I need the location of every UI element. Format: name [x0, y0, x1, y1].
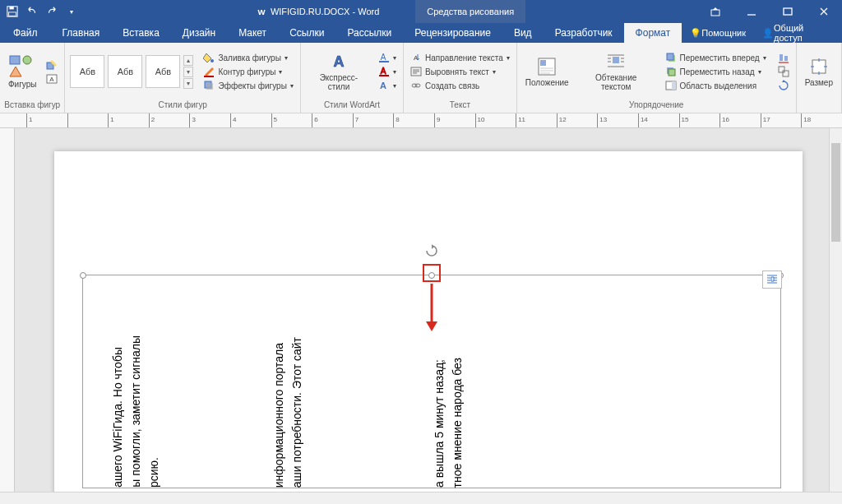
link-icon	[410, 80, 422, 91]
send-backward-button[interactable]: Переместить назад ▾	[662, 65, 770, 78]
horizontal-scrollbar[interactable]	[0, 492, 842, 504]
shape-fill-button[interactable]: Заливка фигуры ▾	[200, 51, 296, 64]
shape-style-gallery[interactable]: Абв Абв Абв ▴ ▾ ▾	[68, 55, 193, 89]
rotate-button[interactable]	[775, 79, 793, 92]
tab-developer[interactable]: Разработчик	[544, 23, 624, 43]
svg-point-13	[210, 59, 214, 62]
undo-icon[interactable]	[25, 4, 39, 19]
svg-rect-45	[669, 69, 675, 76]
minimize-icon[interactable]	[733, 0, 770, 23]
svg-rect-43	[667, 53, 673, 60]
svg-rect-53	[812, 60, 826, 73]
svg-text:W: W	[257, 7, 266, 16]
text-direction-button[interactable]: AНаправление текста ▾	[407, 51, 513, 64]
gallery-more-icon[interactable]: ▾	[183, 78, 193, 89]
style-thumb[interactable]: Абв	[146, 55, 180, 88]
wrap-text-button[interactable]: Обтекание текстом	[576, 50, 657, 93]
ruler-tick: 4	[230, 113, 271, 128]
tab-layout[interactable]: Макет	[227, 23, 278, 43]
ribbon-display-options-icon[interactable]	[697, 0, 733, 23]
svg-rect-48	[780, 54, 783, 61]
bring-forward-button[interactable]: Переместить вперед ▾	[662, 51, 770, 64]
fill-icon	[203, 52, 215, 63]
tab-insert[interactable]: Вставка	[111, 23, 171, 43]
vertical-ruler[interactable]	[0, 128, 15, 492]
size-icon	[809, 57, 829, 76]
size-button[interactable]: Размер	[800, 55, 838, 89]
text-direction-icon: A	[410, 52, 422, 63]
vertical-text: информационного портала	[272, 343, 285, 488]
edit-shape-icon	[46, 59, 58, 71]
position-button[interactable]: Положение	[520, 55, 574, 89]
svg-rect-14	[204, 76, 214, 77]
close-icon[interactable]	[806, 0, 842, 23]
style-thumb[interactable]: Абв	[108, 55, 142, 88]
tab-file[interactable]: Файл	[0, 23, 51, 43]
tab-view[interactable]: Вид	[502, 23, 544, 43]
rotate-handle[interactable]	[425, 244, 438, 257]
tab-references[interactable]: Ссылки	[278, 23, 335, 43]
tab-format[interactable]: Формат	[624, 23, 682, 43]
edit-shape-button[interactable]	[43, 58, 61, 72]
textbox-selection[interactable]: ашего WiFiГида. Но чтобы ы помогли, заме…	[82, 275, 781, 488]
ruler-tick: 14	[638, 113, 679, 128]
selection-pane-button[interactable]: Область выделения	[662, 79, 770, 92]
text-effects-button[interactable]: A▾	[375, 79, 400, 92]
text-fill-button[interactable]: A▾	[375, 51, 400, 64]
wordart-quick-styles-button[interactable]: A Экспресс-стили	[304, 50, 373, 93]
align-text-button[interactable]: Выровнять текст ▾	[407, 65, 513, 78]
svg-text:A: A	[380, 81, 386, 90]
tab-share[interactable]: 👤 Общий доступ	[754, 23, 842, 43]
ruler-tick: 1	[26, 113, 67, 128]
bring-fwd-icon	[665, 52, 677, 63]
create-link-button[interactable]: Создать связь	[407, 79, 513, 92]
svg-rect-31	[540, 60, 546, 66]
style-thumb[interactable]: Абв	[70, 55, 104, 88]
maximize-icon[interactable]	[770, 0, 806, 23]
document-canvas[interactable]: ашего WiFiГида. Но чтобы ы помогли, заме…	[15, 128, 842, 492]
ribbon-tabs: Файл Главная Вставка Дизайн Макет Ссылки…	[0, 23, 842, 43]
outline-icon	[203, 66, 215, 77]
shape-outline-button[interactable]: Контур фигуры ▾	[200, 65, 296, 78]
svg-text:A: A	[381, 53, 386, 62]
horizontal-ruler[interactable]: 1123456789101112131415161718	[0, 113, 842, 128]
vertical-text: а вышла 5 минут назад;	[433, 359, 446, 488]
redo-icon[interactable]	[44, 4, 59, 19]
svg-point-29	[415, 84, 420, 87]
group-wordart-styles: A Экспресс-стили A▾ A▾ A▾ Стили WordArt	[301, 43, 404, 113]
shapes-gallery-button[interactable]: Фигуры	[3, 53, 41, 90]
qat-customize-icon[interactable]: ▾	[64, 4, 79, 19]
layout-options-button[interactable]	[762, 270, 782, 289]
layout-options-icon	[766, 274, 779, 285]
vertical-text: ашего WiFiГида. Но чтобы	[111, 347, 124, 488]
group-arrange: Положение Обтекание текстом Переместить …	[517, 43, 797, 113]
shape-effects-button[interactable]: Эффекты фигуры ▾	[200, 79, 296, 92]
text-box-button[interactable]: A	[43, 72, 61, 86]
tab-review[interactable]: Рецензирование	[403, 23, 502, 43]
ruler-tick: 13	[597, 113, 638, 128]
title-bar: ▾ W WIFIGID.RU.DOCX - Word Средства рисо…	[0, 0, 842, 23]
vertical-scrollbar[interactable]	[829, 128, 842, 492]
ruler-tick: 18	[801, 113, 842, 128]
text-outline-button[interactable]: A▾	[375, 65, 400, 78]
ruler-tick: 7	[353, 113, 394, 128]
gallery-up-icon[interactable]: ▴	[183, 55, 193, 66]
page[interactable]: ашего WiFiГида. Но чтобы ы помогли, заме…	[54, 151, 803, 492]
word-icon: W	[256, 6, 267, 17]
vertical-text: ы помогли, заметит сигналы	[129, 335, 142, 488]
ribbon: Фигуры A Вставка фигур Абв Абв Абв ▴ ▾ ▾	[0, 43, 842, 113]
ruler-tick	[67, 113, 109, 128]
tab-home[interactable]: Главная	[51, 23, 112, 43]
ruler-tick: 3	[189, 113, 230, 128]
ruler-tick: 1	[108, 113, 149, 128]
tab-design[interactable]: Дизайн	[171, 23, 227, 43]
align-button[interactable]	[775, 51, 793, 64]
selection-pane-icon	[665, 80, 677, 91]
resize-handle-tl[interactable]	[80, 272, 86, 279]
tab-tellme[interactable]: 💡 Помощник	[682, 23, 754, 43]
tab-mailings[interactable]: Рассылки	[335, 23, 403, 43]
ruler-tick: 15	[679, 113, 720, 128]
gallery-down-icon[interactable]: ▾	[183, 67, 193, 77]
save-icon[interactable]	[5, 4, 20, 19]
group-button[interactable]	[775, 65, 793, 78]
